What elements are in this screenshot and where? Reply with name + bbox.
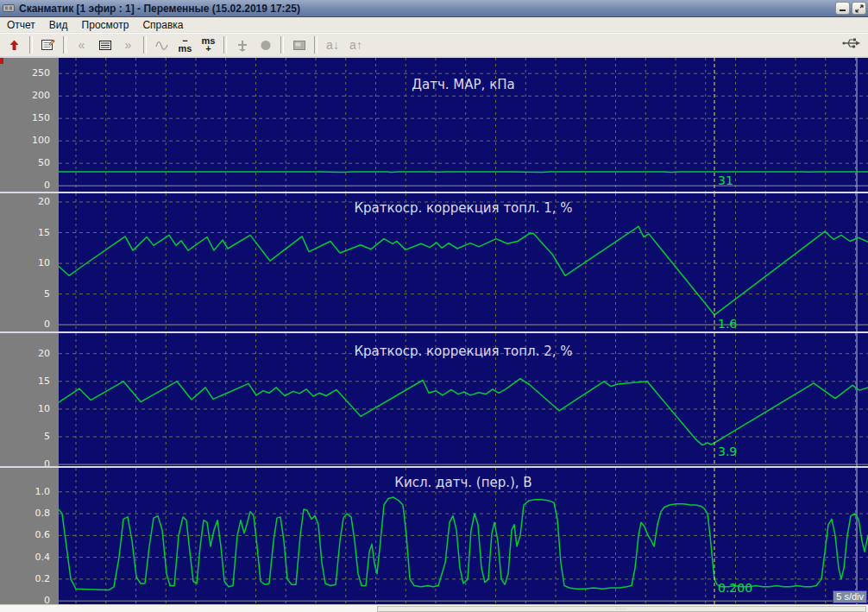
scrollbar-grip: ····	[616, 607, 627, 611]
y-axis-tick-label: 15	[0, 227, 54, 238]
y-axis-tick-label: 15	[0, 375, 54, 387]
y-axis-tick-label: 200	[0, 90, 54, 101]
toolbar-separator	[223, 36, 227, 54]
y-axis-tick-label: 0	[0, 180, 54, 191]
report-button[interactable]	[36, 35, 60, 55]
y-axis-tick-label: 0.2	[0, 573, 54, 584]
next-screen-button-label: »	[125, 38, 132, 52]
image-icon	[292, 39, 306, 52]
panel-title-1: Датч. MAP, кПа	[59, 77, 868, 92]
prev-screen-button-label: «	[79, 38, 85, 52]
app-icon	[3, 3, 15, 14]
cursor-value-2: 1.6	[718, 317, 737, 331]
app-window: Сканматик [1 эфир : 1] - Переменные (15.…	[0, 0, 868, 612]
toolbar-separator	[63, 36, 66, 54]
y-axis-tick-label: 150	[0, 112, 54, 123]
panel-title-4: Кисл. датч. (пер.), В	[59, 475, 868, 490]
minimize-button[interactable]	[835, 2, 850, 15]
cursor-pin-icon	[236, 39, 249, 52]
cursor-value-1: 31	[718, 174, 733, 187]
panel-title-3: Краткоср. коррекция топл. 2, %	[59, 344, 868, 359]
toolbar-separator	[29, 36, 33, 54]
y-axis-tick-label: 250	[0, 67, 54, 79]
text-smaller-button-label: a↓	[326, 38, 339, 52]
scrollbar-thumb[interactable]: ····	[377, 606, 866, 612]
panel-title-2: Краткоср. коррекция топл. 1, %	[59, 200, 868, 216]
ms-minus-button[interactable]: −ms	[173, 35, 197, 55]
y-axis-tick-label: 100	[0, 135, 54, 146]
y-axis-tick-label: 50	[0, 157, 54, 168]
next-screen-button[interactable]: »	[116, 35, 140, 55]
y-axis-tick-label: 10	[0, 403, 54, 414]
parameter-list-button[interactable]	[93, 35, 116, 55]
list-icon	[98, 39, 112, 52]
chart-area[interactable]: +2:10.000 050100150200250Датч. MAP, кПа3…	[0, 56, 868, 604]
time-per-div-label: 5 s/div	[833, 590, 867, 603]
menu-item-2[interactable]: Вид	[42, 18, 75, 32]
record-circle-icon	[259, 39, 273, 52]
y-axis-tick-label: 10	[0, 257, 54, 268]
horizontal-scrollbar[interactable]: ····	[0, 604, 868, 612]
wave-view-button[interactable]	[150, 35, 173, 55]
y-axis-tick-label: 0.4	[0, 552, 54, 563]
menu-item-3[interactable]: Просмотр	[75, 18, 136, 32]
toolbar-separator	[143, 36, 147, 54]
restore-icon	[855, 4, 864, 13]
menu-item-1[interactable]: Отчет	[0, 18, 42, 32]
y-axis-tick-label: 0	[0, 319, 54, 330]
prev-screen-button[interactable]: «	[70, 35, 93, 55]
panel-4: 00.20.40.60.81.0Кисл. датч. (пер.), В0.2…	[0, 468, 868, 604]
y-axis-tick-label: 5	[0, 431, 54, 442]
cursor-value-4: 0.200	[718, 581, 752, 595]
exit-button[interactable]	[3, 35, 26, 55]
panel-3: 05101520Краткоср. коррекция топл. 2, %3.…	[0, 333, 868, 466]
text-smaller-button[interactable]: a↓	[321, 35, 344, 55]
red-arrow-icon	[8, 39, 21, 52]
y-axis-tick-label: 20	[0, 196, 54, 207]
toolbar-separator	[280, 36, 284, 54]
y-axis-tick-label: 0.6	[0, 529, 54, 540]
y-axis-tick-label: 0	[0, 595, 54, 604]
ms-plus-button-label: +	[205, 45, 211, 53]
toolbar: «»−msms+a↓a↑	[0, 33, 868, 56]
y-axis-tick-label: 20	[0, 348, 54, 359]
title-bar: Сканматик [1 эфир : 1] - Переменные (15.…	[0, 0, 868, 17]
cursor-value-3: 3.9	[718, 445, 737, 458]
y-axis-tick-label: 5	[0, 288, 54, 300]
ms-minus-button-label: ms	[179, 45, 192, 53]
notepad-icon	[41, 38, 55, 52]
menu-bar: ОтчетВидПросмотрСправка	[0, 17, 868, 33]
menu-item-4[interactable]: Справка	[135, 18, 190, 32]
text-larger-button-label: a↑	[349, 38, 362, 52]
restore-button[interactable]	[852, 2, 866, 15]
window-title: Сканматик [1 эфир : 1] - Переменные (15.…	[19, 3, 835, 15]
panel-2: 05101520Краткоср. коррекция топл. 1, %1.…	[0, 193, 868, 331]
panel-1: 050100150200250Датч. MAP, кПа31	[0, 58, 868, 192]
toolbar-separator	[314, 36, 318, 54]
record-button[interactable]	[254, 35, 277, 55]
usb-icon	[842, 36, 861, 54]
y-axis-tick-label: 0.8	[0, 508, 54, 519]
minimize-icon	[839, 4, 846, 12]
snapshot-button[interactable]	[287, 35, 311, 55]
sine-wave-icon	[155, 39, 169, 52]
text-larger-button[interactable]: a↑	[344, 35, 368, 55]
y-axis-tick-label: 1.0	[0, 486, 54, 497]
cursor-marker-button[interactable]	[230, 35, 254, 55]
ms-plus-button[interactable]: ms+	[197, 35, 220, 55]
